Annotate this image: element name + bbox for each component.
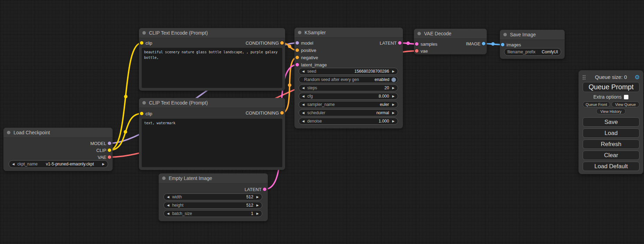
widget-label: ckpt_name [17,162,38,166]
model-input-port[interactable] [295,41,299,45]
model-output-port[interactable] [108,142,111,145]
conditioning-output-port[interactable] [280,111,284,115]
link-midpoint-dot[interactable] [288,83,291,87]
node-clip-text-encode-positive[interactable]: CLIP Text Encode (Prompt) clip CONDITION… [139,28,285,91]
stepper-left-icon[interactable]: ◀ [302,86,305,90]
clip-input-port[interactable] [140,41,143,45]
queue-prompt-button[interactable]: Queue Prompt [583,82,639,92]
cfg-widget[interactable]: ◀ cfg 8.000 ▶ [299,93,398,100]
sampler-name-widget[interactable]: ◀ sampler_name euler ▶ [299,101,398,108]
node-ksampler[interactable]: KSampler model positive negative latent_… [294,28,403,128]
conditioning-output-port[interactable] [280,41,284,45]
node-title-bar[interactable]: CLIP Text Encode (Prompt) [139,98,285,108]
node-vae-decode[interactable]: VAE Decode samples vae IMAGE [414,29,487,54]
stepper-left-icon[interactable]: ◀ [302,94,305,98]
random-seed-toggle-widget[interactable]: Random seed after every gen enabled [299,76,398,83]
view-queue-button[interactable]: View Queue [611,101,639,107]
node-title-bar[interactable]: CLIP Text Encode (Prompt) [139,28,285,38]
stepper-right-icon[interactable]: ▶ [392,103,395,106]
clear-button[interactable]: Clear [583,151,639,160]
stepper-left-icon[interactable]: ◀ [167,204,169,207]
stepper-right-icon[interactable]: ▶ [256,204,259,207]
negative-input-port[interactable] [295,56,299,59]
stepper-right-icon[interactable]: ▶ [102,162,105,166]
latent-output-port[interactable] [263,188,266,191]
toggle-dot[interactable] [391,78,396,82]
positive-input-port[interactable] [295,48,299,52]
stepper-right-icon[interactable]: ▶ [392,86,395,90]
denoise-widget[interactable]: ◀ denoise 1.000 ▶ [299,118,398,125]
collapse-dot[interactable] [162,177,166,180]
stepper-right-icon[interactable]: ▶ [392,111,395,115]
link-midpoint-dot[interactable] [124,95,127,98]
node-clip-text-encode-negative[interactable]: CLIP Text Encode (Prompt) clip CONDITION… [139,98,285,170]
load-button[interactable]: Load [583,128,639,138]
stepper-right-icon[interactable]: ▶ [256,212,259,215]
stepper-right-icon[interactable]: ▶ [256,195,259,199]
ckpt-name-widget[interactable]: ◀ ckpt_name v1-5-pruned-emaonly.ckpt ▶ [9,160,108,168]
queue-front-button[interactable]: Queue Front [583,101,610,107]
link-midpoint-dot[interactable] [406,42,410,45]
save-button[interactable]: Save [583,117,639,127]
node-graph-canvas[interactable]: { "icons": { "arrow_left": "◀", "arrow_r… [0,0,644,244]
clip-input-port[interactable] [140,112,143,115]
stepper-left-icon[interactable]: ◀ [302,119,305,123]
steps-widget[interactable]: ◀ steps 20 ▶ [299,84,398,91]
stepper-right-icon[interactable]: ▶ [392,119,395,123]
extra-options-checkbox[interactable] [624,95,628,99]
conditioning-output-label: CONDITIONING [246,110,279,116]
node-title-bar[interactable]: Save Image [500,30,565,40]
stepper-left-icon[interactable]: ◀ [12,162,15,166]
vae-input-port[interactable] [415,49,418,53]
image-output-port[interactable] [482,42,485,45]
scheduler-widget[interactable]: ◀ scheduler normal ▶ [299,109,398,116]
stepper-right-icon[interactable]: ▶ [392,94,395,98]
collapse-dot[interactable] [142,31,146,35]
prompt-textarea[interactable]: text, watermark [142,119,282,167]
node-title-bar[interactable]: Empty Latent Image [159,173,268,183]
widget-value: normal [376,110,392,115]
queue-size-label: Queue size: 0 [579,74,643,80]
view-history-button[interactable]: View History [596,108,626,114]
seed-widget[interactable]: ◀ seed 156680208700286 ▶ [299,68,398,75]
link-midpoint-dot[interactable] [124,130,127,134]
node-empty-latent-image[interactable]: Empty Latent Image LATENT ◀ width 512 ▶ … [159,173,268,221]
link-midpoint-dot[interactable] [288,45,291,48]
width-widget[interactable]: ◀ width 512 ▶ [164,193,262,200]
node-title-bar[interactable]: VAE Decode [414,29,487,39]
clip-output-port[interactable] [108,148,111,152]
node-title-bar[interactable]: Load Checkpoint [3,128,113,138]
stepper-left-icon[interactable]: ◀ [302,111,305,115]
gear-icon[interactable]: ⚙ [635,73,640,81]
link-midpoint-dot[interactable] [491,42,495,46]
refresh-button[interactable]: Refresh [583,139,639,149]
samples-input-port[interactable] [415,42,418,46]
collapse-dot[interactable] [142,101,146,105]
vae-output-port[interactable] [108,155,111,159]
widget-value: 512 [246,195,256,199]
node-title-bar[interactable]: KSampler [294,28,403,38]
height-widget[interactable]: ◀ height 512 ▶ [164,202,262,209]
stepper-left-icon[interactable]: ◀ [167,195,169,199]
images-input-port[interactable] [501,43,504,46]
widget-label: scheduler [307,110,325,115]
latent-output-port[interactable] [398,41,402,45]
prompt-textarea[interactable]: beautiful scenery nature glass bottle la… [142,48,282,88]
stepper-left-icon[interactable]: ◀ [167,212,169,215]
node-save-image[interactable]: Save Image images filename_prefix ComfyU… [500,30,565,59]
collapse-dot[interactable] [503,33,507,36]
collapse-dot[interactable] [417,32,421,35]
collapse-dot[interactable] [7,131,10,134]
node-load-checkpoint[interactable]: Load Checkpoint MODEL CLIP VAE ◀ ckpt_na… [3,128,113,171]
stepper-left-icon[interactable]: ◀ [302,103,305,106]
widget-value: v1-5-pruned-emaonly.ckpt [38,162,102,166]
stepper-left-icon[interactable]: ◀ [302,70,305,73]
latent-image-input-port[interactable] [295,63,299,66]
stepper-right-icon[interactable]: ▶ [392,70,395,73]
collapse-dot[interactable] [298,31,301,34]
node-title: VAE Decode [424,31,451,36]
filename-prefix-widget[interactable]: filename_prefix ComfyUI [504,48,561,56]
widget-value: 512 [246,203,256,208]
batch-size-widget[interactable]: ◀ batch_size 1 ▶ [164,210,262,217]
load-default-button[interactable]: Load Default [583,162,639,171]
